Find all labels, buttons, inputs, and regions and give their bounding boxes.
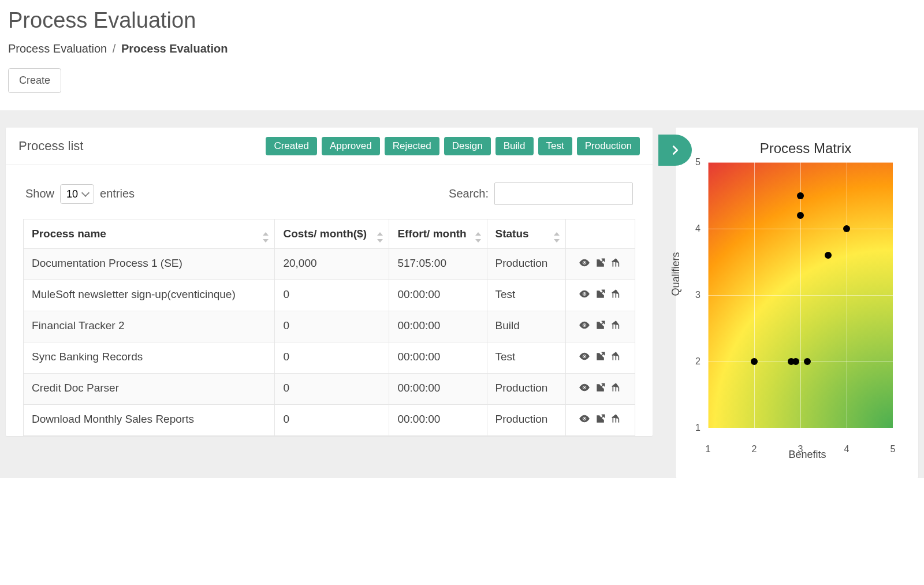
table-cell: 0 [275,374,389,405]
y-tick: 2 [695,356,701,367]
x-axis-label: Benefits [708,449,907,461]
page-title: Process Evaluation [8,8,916,33]
svg-point-0 [583,262,585,263]
table-row: MuleSoft newsletter sign-up(cventicinque… [24,280,635,311]
table-cell: Sync Banking Records [24,342,275,374]
table-cell: Credit Doc Parser [24,374,275,405]
view-icon[interactable] [579,413,590,424]
open-external-icon[interactable] [595,413,606,424]
y-tick: 1 [695,423,701,433]
status-filter-rejected[interactable]: Rejected [385,137,439,155]
col-process-name[interactable]: Process name [24,219,275,249]
status-filter-created[interactable]: Created [266,137,316,155]
bar-chart-icon[interactable] [611,319,623,331]
chart-point[interactable] [804,358,811,365]
chart-point[interactable] [751,358,758,365]
svg-point-3 [583,355,585,357]
table-cell: 00:00:00 [389,311,487,342]
table-row: Download Monthly Sales Reports000:00:00P… [24,405,635,436]
open-external-icon[interactable] [595,319,606,331]
status-filter-design[interactable]: Design [444,137,491,155]
breadcrumb-root[interactable]: Process Evaluation [8,42,107,55]
page-size-select[interactable]: 10 [60,184,94,204]
chart-point[interactable] [792,358,799,365]
table-cell: Production [487,405,566,436]
chart-point[interactable] [797,192,804,199]
table-cell: 517:05:00 [389,249,487,280]
create-button[interactable]: Create [8,68,61,93]
y-tick: 5 [695,157,701,167]
actions-cell [566,374,635,405]
x-tick: 5 [891,444,896,454]
table-row: Sync Banking Records000:00:00Test [24,342,635,374]
table-cell: Download Monthly Sales Reports [24,405,275,436]
view-icon[interactable] [579,382,590,393]
process-matrix-panel: Process Matrix Qualifiers 12345 12345 Be… [676,128,918,478]
open-external-icon[interactable] [595,288,606,300]
show-label: Show [25,187,54,200]
table-row: Credit Doc Parser000:00:00Production [24,374,635,405]
process-list-heading: Process list [18,139,83,154]
sort-icon [474,232,482,243]
matrix-chart: 12345 12345 [708,162,893,428]
col-effort[interactable]: Effort/ month [389,219,487,249]
chart-point[interactable] [843,225,850,232]
chevron-right-icon [669,144,681,157]
table-cell: MuleSoft newsletter sign-up(cventicinque… [24,280,275,311]
status-filter-build[interactable]: Build [495,137,534,155]
x-tick: 3 [798,444,803,454]
actions-cell [566,249,635,280]
view-icon[interactable] [579,257,590,269]
matrix-title: Process Matrix [705,140,907,157]
table-row: Documentation Process 1 (SE)20,000517:05… [24,249,635,280]
y-tick: 3 [695,290,701,300]
svg-point-5 [583,418,585,419]
svg-point-1 [583,293,585,295]
search-label: Search: [449,187,489,200]
sort-icon [376,232,384,243]
table-cell: Financial Tracker 2 [24,311,275,342]
y-tick: 4 [695,223,701,234]
status-filter-test[interactable]: Test [538,137,572,155]
table-cell: Documentation Process 1 (SE) [24,249,275,280]
view-icon[interactable] [579,319,590,331]
table-cell: Production [487,249,566,280]
process-table: Process name Costs/ month($) Effort/ mon… [23,219,635,436]
bar-chart-icon[interactable] [611,257,623,269]
expand-panel-button[interactable] [658,135,692,166]
status-filter-approved[interactable]: Approved [322,137,380,155]
breadcrumb: Process Evaluation / Process Evaluation [8,42,916,55]
view-icon[interactable] [579,288,590,300]
table-cell: 00:00:00 [389,280,487,311]
col-status[interactable]: Status [487,219,566,249]
svg-point-2 [583,324,585,326]
x-tick: 2 [752,444,757,454]
status-filter-production[interactable]: Production [577,137,640,155]
chart-point[interactable] [825,252,832,259]
table-cell: 0 [275,311,389,342]
bar-chart-icon[interactable] [611,382,623,393]
table-cell: 00:00:00 [389,374,487,405]
svg-point-4 [583,386,585,388]
bar-chart-icon[interactable] [611,288,623,300]
table-cell: Build [487,311,566,342]
grid-lines [708,162,893,428]
sort-icon [553,232,561,243]
table-cell: Production [487,374,566,405]
entries-label: entries [100,187,135,200]
breadcrumb-separator: / [110,42,118,55]
open-external-icon[interactable] [595,351,606,362]
bar-chart-icon[interactable] [611,413,623,424]
search-input[interactable] [494,182,633,205]
bar-chart-icon[interactable] [611,351,623,362]
open-external-icon[interactable] [595,257,606,269]
table-cell: Test [487,342,566,374]
chart-point[interactable] [797,212,804,219]
view-icon[interactable] [579,351,590,362]
open-external-icon[interactable] [595,382,606,393]
col-cost[interactable]: Costs/ month($) [275,219,389,249]
table-cell: 00:00:00 [389,342,487,374]
process-list-panel: Process list CreatedApprovedRejectedDesi… [6,128,653,436]
actions-cell [566,311,635,342]
table-row: Financial Tracker 2000:00:00Build [24,311,635,342]
